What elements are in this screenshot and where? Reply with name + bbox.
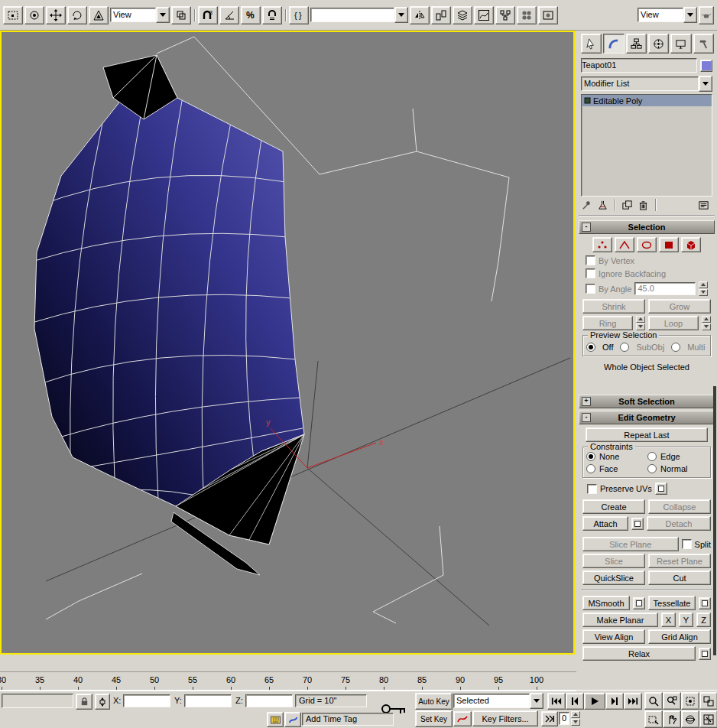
grow-button[interactable]: Grow [648,299,711,314]
lock-selection-button[interactable] [76,694,92,710]
mirror-button[interactable] [410,6,430,24]
ring-spinner[interactable] [636,316,645,330]
rollout-selection-header[interactable]: - Selection [579,220,715,234]
quick-render-button[interactable] [699,6,714,24]
by-angle-checkbox[interactable] [586,284,595,294]
snap-toggle-3d-button[interactable]: 3 [198,6,218,24]
loop-spinner[interactable] [702,316,711,330]
spinner-snap-toggle-button[interactable] [262,6,282,24]
set-key-button[interactable]: Set Key [415,710,453,727]
slice-button[interactable]: Slice [582,554,645,568]
collapse-icon[interactable]: - [582,413,591,422]
constraint-normal-radio[interactable] [647,464,657,473]
tab-motion[interactable] [648,34,669,54]
percent-snap-toggle-button[interactable]: % [241,6,261,24]
rollout-edit-geometry-header[interactable]: - Edit Geometry [579,411,715,424]
relax-settings-button[interactable] [699,648,711,660]
go-to-start-button[interactable] [547,693,566,710]
x-coordinate-field[interactable] [123,694,170,707]
add-time-tag-field[interactable]: Add Time Tag [302,713,394,726]
ignore-backfacing-checkbox[interactable] [586,268,595,278]
chevron-down-icon[interactable] [394,7,408,23]
tab-hierarchy[interactable] [626,34,647,54]
arc-rotate-button[interactable] [681,710,699,728]
zoom-all-button[interactable] [663,692,681,710]
object-name-field[interactable]: Teapot01 [581,58,697,73]
vertex-mode-button[interactable] [592,237,612,252]
chevron-down-icon[interactable] [683,7,697,23]
collapse-icon[interactable]: - [582,223,591,232]
layer-manager-button[interactable] [453,6,472,24]
by-angle-field[interactable]: 45.0 [634,282,696,295]
zoom-extents-all-button[interactable] [699,692,717,710]
current-frame-field[interactable]: 0 [559,712,569,725]
render-type-dropdown[interactable]: View [638,7,697,23]
chevron-down-icon[interactable] [530,693,543,709]
detach-button[interactable]: Detach [647,516,711,531]
rectangular-selection-region-button[interactable] [3,6,23,24]
make-planar-button[interactable]: Make Planar [582,613,658,627]
repeat-last-button[interactable]: Repeat Last [586,427,708,442]
reset-plane-button[interactable]: Reset Plane [648,554,711,568]
align-button[interactable] [431,6,451,24]
msmooth-settings-button[interactable] [633,597,645,609]
play-button[interactable] [584,693,605,710]
quickslice-button[interactable]: QuickSlice [582,570,645,585]
previous-frame-button[interactable] [566,693,584,710]
by-angle-spinner[interactable] [699,281,708,296]
select-and-move-button[interactable] [46,6,66,24]
split-checkbox[interactable] [682,539,692,549]
modifier-stack-item[interactable]: Editable Poly [582,95,712,106]
pan-button[interactable] [663,710,681,728]
edit-named-selection-sets-button[interactable]: { } [289,6,309,24]
window-crossing-toggle-button[interactable] [24,6,44,24]
rollout-soft-selection-header[interactable]: + Soft Selection [579,395,715,408]
chevron-down-icon[interactable] [699,76,712,92]
preserve-uvs-settings-button[interactable] [655,483,667,495]
grid-align-button[interactable]: Grid Align [648,629,711,644]
cut-button[interactable]: Cut [648,570,711,585]
chevron-down-icon[interactable] [156,7,170,23]
adaptive-degradation-button[interactable] [284,712,301,727]
absolute-offset-toggle-button[interactable] [95,694,110,710]
planar-x-button[interactable]: X [661,613,676,627]
select-and-rotate-button[interactable] [67,6,87,24]
key-mode-toggle-button[interactable] [541,711,558,726]
tab-modify[interactable] [603,34,624,54]
view-align-button[interactable]: View Align [582,629,645,644]
attach-button[interactable]: Attach [582,516,628,531]
preserve-uvs-checkbox[interactable] [587,484,597,494]
preview-off-radio[interactable] [586,343,595,352]
slice-plane-button[interactable]: Slice Plane [582,537,679,551]
go-to-end-button[interactable] [624,693,642,710]
relax-button[interactable]: Relax [582,646,696,661]
border-mode-button[interactable] [637,237,657,252]
constraint-none-radio[interactable] [586,452,595,461]
ring-button[interactable]: Ring [582,316,633,330]
tab-create[interactable] [581,34,602,54]
zoom-button[interactable] [644,692,663,710]
tessellate-settings-button[interactable] [699,597,711,609]
msmooth-button[interactable]: MSmooth [582,596,630,610]
use-center-flyout-button[interactable] [171,6,191,24]
planar-z-button[interactable]: Z [696,613,711,627]
constraint-edge-radio[interactable] [647,452,657,461]
preview-subobj-radio[interactable] [620,343,629,352]
set-key-filters-curve-button[interactable] [453,711,472,726]
auto-key-button[interactable]: Auto Key [415,693,453,710]
panel-scrollbar[interactable] [713,386,716,655]
named-selection-dropdown[interactable] [310,7,408,23]
reference-coordinate-system-dropdown[interactable]: View [110,7,170,23]
object-color-swatch-button[interactable] [700,60,712,72]
edge-mode-button[interactable] [615,237,634,252]
create-button[interactable]: Create [582,499,645,514]
show-end-result-button[interactable] [597,200,608,211]
make-unique-button[interactable] [621,200,633,211]
loop-button[interactable]: Loop [648,316,699,330]
planar-y-button[interactable]: Y [679,613,693,627]
remove-modifier-button[interactable] [638,200,649,211]
modifier-stack-list[interactable]: Editable Poly [581,94,712,197]
configure-modifier-sets-button[interactable] [698,200,709,211]
polygon-mode-button[interactable] [659,237,679,252]
material-editor-button[interactable] [517,6,537,24]
